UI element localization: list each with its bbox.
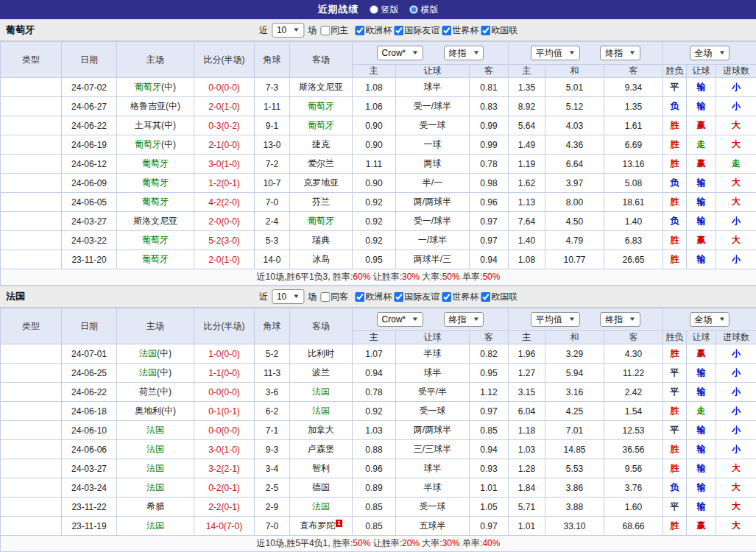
competition-type-cell: 欧洲杯 [1,135,62,155]
away-team-cell: 瑞典 [290,231,353,250]
competition-checkbox[interactable] [442,26,451,35]
summary-part: 40% [482,538,500,548]
competition-filter[interactable]: 欧国联 [481,291,517,303]
scope-select[interactable]: 全场▼ [690,312,730,327]
odds-final-select[interactable]: 终指▼ [444,312,484,327]
odds-company-select[interactable]: Crow*▼ [377,312,424,327]
summary-part: 20% [402,538,420,548]
away-team-name: 比利时 [308,348,334,358]
subcol-win: 主 [509,331,545,344]
asian-home-odds-cell: 0.94 [353,364,396,383]
competition-checkbox[interactable] [355,26,364,35]
avg-final-select[interactable]: 终指▼ [600,46,640,60]
odds-company-select[interactable]: Crow*▼ [377,46,424,60]
avg-odds-select[interactable]: 平均值▼ [531,46,580,60]
matches-table: 类型 日期 主场 比分(半场) 角球 客场 Crow*▼ 终指▼ 平均值▼ 终指… [0,41,756,286]
asian-away-odds-cell: 0.99 [470,135,509,155]
competition-checkbox[interactable] [481,26,490,35]
home-win-odds-cell: 1.19 [509,155,545,174]
corner-cell: 14-0 [255,250,290,269]
vertical-mode-radio[interactable] [370,5,378,14]
draw-odds-cell: 3.86 [545,478,604,498]
draw-odds-cell: 14.85 [545,440,604,459]
horizontal-mode-radio[interactable] [409,5,418,14]
competition-filter[interactable]: 欧国联 [481,24,517,37]
competition-checkbox[interactable] [442,292,451,302]
away-win-odds-cell: 68.66 [604,517,663,536]
scope-value: 全场 [695,48,713,58]
chevron-down-icon: ▼ [292,291,300,302]
home-team-name: 葡萄牙 [142,254,169,264]
result-goals-cell: 大 [716,231,756,250]
mode-option-vertical[interactable]: 竖版 [370,4,399,16]
away-win-odds-cell: 1.61 [604,116,663,135]
venue-suffix: (中) [161,82,176,92]
away-team-name: 直布罗陀 [300,520,335,531]
competition-checkbox[interactable] [394,26,403,35]
away-team-cell: 法国 [290,498,353,517]
odds-final-select[interactable]: 终指▼ [444,46,484,60]
summary-part: 单率: [460,538,483,548]
date-cell: 24-03-22 [62,231,117,250]
asian-home-odds-cell: 0.90 [353,174,396,193]
summary-row: 近10场,胜5平4负1, 胜率:50% 让胜率:20% 大率:30% 单率:40… [1,536,756,552]
home-win-odds-cell: 8.92 [509,97,545,116]
same-venue-checkbox[interactable] [320,292,330,302]
match-row: 国际友谊24-03-27法国3-2(2-1)3-4智利0.96球半0.931.2… [1,459,756,478]
result-handicap-cell: 输 [687,250,716,269]
competition-filter[interactable]: 世界杯 [442,291,478,303]
score-cell: 3-2(2-1) [194,459,255,478]
competition-filter[interactable]: 欧洲杯 [355,291,392,303]
competition-checkbox[interactable] [481,292,490,302]
same-venue-filter[interactable]: 同客 [320,291,348,303]
asian-home-odds-cell: 1.07 [353,344,396,364]
competition-checkbox[interactable] [394,292,403,302]
match-row: 欧洲杯24-06-18奥地利(中)0-1(0-1)6-2法国0.92受一球0.9… [1,402,756,421]
result-handicap-cell: 输 [687,193,716,212]
competition-filter[interactable]: 国际友谊 [394,291,439,303]
result-goals-cell: 小 [716,78,756,97]
scope-select[interactable]: 全场▼ [690,46,730,60]
same-venue-filter[interactable]: 同主 [320,24,348,37]
avg-final-select[interactable]: 终指▼ [600,312,640,327]
same-venue-checkbox[interactable] [320,26,330,35]
mode-option-horizontal[interactable]: 横版 [409,4,439,16]
away-team-name: 瑞典 [312,235,330,245]
competition-type-cell: 欧洲杯 [1,116,62,135]
result-goals-cell: 小 [716,383,756,402]
result-goals-cell: 大 [716,174,756,193]
competition-filter[interactable]: 世界杯 [442,24,478,37]
corner-cell: 7-2 [255,155,290,174]
match-row: 欧洲杯24-07-02葡萄牙(中)0-0(0-0)7-3斯洛文尼亚1.08球半0… [1,78,756,97]
draw-odds-cell: 4.36 [545,135,604,155]
result-wdl-cell: 胜 [663,459,687,478]
asian-home-odds-cell: 0.85 [353,498,396,517]
match-row: 欧洲杯24-06-25法国(中)1-1(0-0)11-3波兰0.94球半0.95… [1,364,756,383]
draw-odds-cell: 5.53 [545,459,604,478]
away-team-cell: 法国 [290,402,353,421]
same-venue-label: 同主 [331,24,348,37]
away-team-cell: 葡萄牙 [290,212,353,231]
corner-cell: 1-11 [255,97,290,116]
match-count-select[interactable]: 10 ▼ [272,289,304,304]
match-row: 欧洲杯23-11-22希腊2-2(0-1)2-9法国0.85受一球1.055.7… [1,498,756,517]
competition-filter[interactable]: 国际友谊 [394,24,439,37]
competition-type-cell: 欧洲杯 [1,78,62,97]
venue-suffix: (中) [157,348,172,358]
result-goals-cell: 大 [716,478,756,498]
competition-filters: 欧洲杯国际友谊世界杯欧国联 [355,24,517,37]
away-team-name: 卢森堡 [308,444,334,454]
home-team-cell: 葡萄牙 [117,174,194,193]
away-win-odds-cell: 26.65 [604,250,663,269]
result-handicap-cell: 输 [687,97,716,116]
score-cell: 2-1(0-0) [194,135,255,155]
away-team-name: 加拿大 [308,425,334,435]
avg-odds-select[interactable]: 平均值▼ [531,312,580,327]
score-cell: 0-0(0-0) [194,383,255,402]
competition-checkbox[interactable] [355,292,364,302]
home-team-name: 葡萄牙 [142,177,169,188]
competition-filter[interactable]: 欧洲杯 [355,24,392,37]
result-goals-cell: 小 [716,212,756,231]
horizontal-mode-label: 横版 [421,4,439,16]
match-count-select[interactable]: 10 ▼ [272,23,304,38]
